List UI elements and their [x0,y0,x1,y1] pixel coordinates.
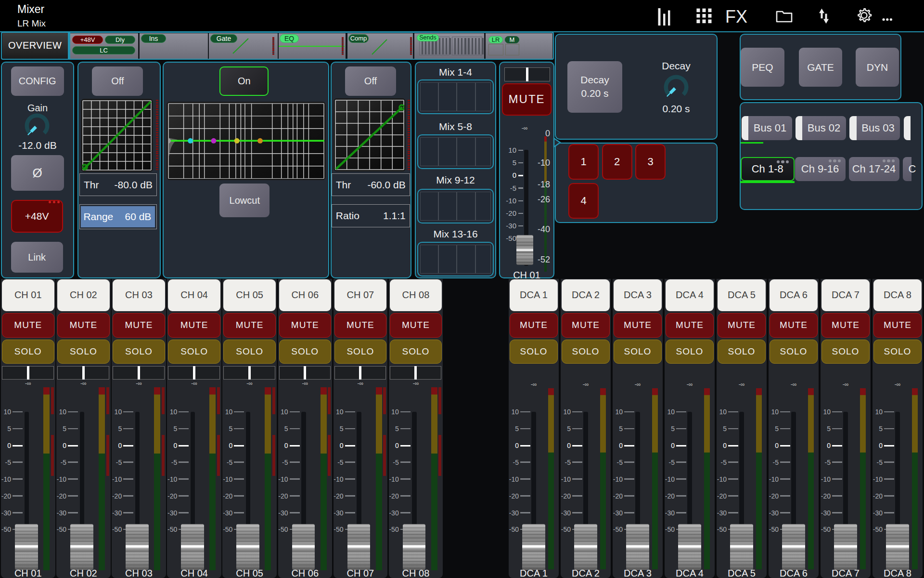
svg-text:FX: FX [725,7,747,26]
